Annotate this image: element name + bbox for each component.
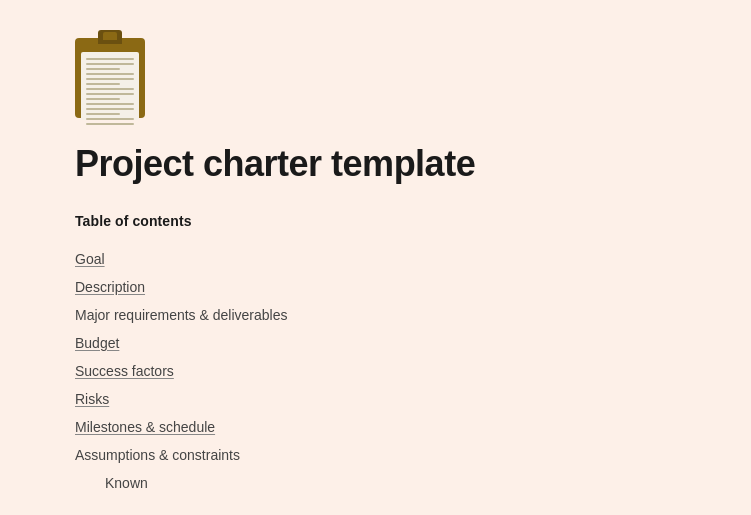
clipboard-icon [75, 30, 145, 115]
paper-line-2 [86, 63, 134, 65]
paper-line-10 [86, 103, 134, 105]
toc-item-0[interactable]: Goal [75, 245, 676, 273]
paper-line-13 [86, 118, 134, 120]
paper-line-14 [86, 123, 134, 125]
paper-line-4 [86, 73, 134, 75]
clipboard-clip [98, 30, 122, 44]
toc-item-2[interactable]: Major requirements & deliverables [75, 301, 676, 329]
toc-item-8[interactable]: Known [75, 469, 676, 497]
toc-item-3[interactable]: Budget [75, 329, 676, 357]
page-title: Project charter template [75, 143, 676, 185]
paper-line-1 [86, 58, 134, 60]
toc-item-5[interactable]: Risks [75, 385, 676, 413]
toc-item-1[interactable]: Description [75, 273, 676, 301]
toc-section: Table of contents GoalDescriptionMajor r… [75, 213, 676, 497]
toc-heading: Table of contents [75, 213, 676, 229]
paper-line-5 [86, 78, 134, 80]
paper-line-12 [86, 113, 120, 115]
paper-line-3 [86, 68, 120, 70]
toc-item-6[interactable]: Milestones & schedule [75, 413, 676, 441]
paper-line-9 [86, 98, 120, 100]
toc-list: GoalDescriptionMajor requirements & deli… [75, 245, 676, 497]
paper-line-8 [86, 93, 134, 95]
toc-item-7[interactable]: Assumptions & constraints [75, 441, 676, 469]
clipboard-body [75, 38, 145, 118]
paper-line-6 [86, 83, 120, 85]
clipboard-paper [81, 52, 139, 120]
paper-line-11 [86, 108, 134, 110]
toc-item-4[interactable]: Success factors [75, 357, 676, 385]
page-container: Project charter template Table of conten… [0, 0, 751, 515]
paper-line-7 [86, 88, 134, 90]
